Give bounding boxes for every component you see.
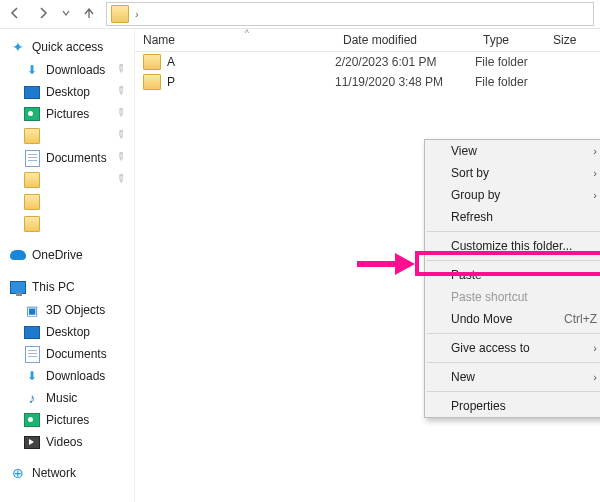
folder-icon: [24, 194, 40, 210]
chevron-down-icon: [61, 7, 71, 21]
menu-item-label: View: [451, 144, 477, 158]
sidebar-item-label: Desktop: [46, 85, 90, 99]
menu-item-label: Properties: [451, 399, 506, 413]
submenu-arrow-icon: ›: [593, 145, 597, 157]
sidebar-network[interactable]: ⊕ Network: [10, 461, 130, 485]
file-row[interactable]: P 11/19/2020 3:48 PM File folder: [135, 72, 600, 92]
sidebar-this-pc[interactable]: This PC: [10, 275, 130, 299]
menu-item-undo-move[interactable]: Undo Move Ctrl+Z: [425, 308, 600, 330]
menu-item-group-by[interactable]: Group by ›: [425, 184, 600, 206]
sidebar-item-downloads-2[interactable]: ⬇ Downloads: [10, 365, 130, 387]
column-header-name[interactable]: Name ^: [135, 29, 335, 51]
sidebar-quick-access-label: Quick access: [32, 40, 103, 54]
sidebar-item-downloads[interactable]: ⬇ Downloads ✎: [10, 59, 130, 81]
sidebar-item-desktop-2[interactable]: Desktop: [10, 321, 130, 343]
column-header-size[interactable]: Size: [545, 29, 600, 51]
arrow-right-icon: [36, 6, 50, 23]
navigation-pane: ✦ Quick access ⬇ Downloads ✎ Desktop ✎ P…: [0, 29, 135, 502]
menu-item-label: Sort by: [451, 166, 489, 180]
folder-icon: [24, 172, 40, 188]
menu-item-new[interactable]: New ›: [425, 366, 600, 388]
nav-toolbar: ›: [0, 0, 600, 29]
sidebar-item-desktop[interactable]: Desktop ✎: [10, 81, 130, 103]
sidebar-item-music[interactable]: ♪ Music: [10, 387, 130, 409]
pictures-icon: [24, 107, 40, 121]
menu-separator: [427, 391, 600, 392]
sidebar-item-documents-2[interactable]: Documents: [10, 343, 130, 365]
arrow-up-icon: [82, 6, 96, 23]
folder-icon: [111, 5, 129, 23]
menu-item-customize-folder[interactable]: Customize this folder...: [425, 235, 600, 257]
sidebar-item-pinned-folder-2[interactable]: ✎: [10, 169, 130, 191]
file-date: 11/19/2020 3:48 PM: [335, 75, 475, 89]
sidebar-item-label: Pictures: [46, 413, 89, 427]
menu-item-sort-by[interactable]: Sort by ›: [425, 162, 600, 184]
sidebar-item-pinned-folder-4[interactable]: [10, 213, 130, 235]
folder-icon: [143, 74, 161, 90]
sidebar-quick-access[interactable]: ✦ Quick access: [10, 35, 130, 59]
column-header-type[interactable]: Type: [475, 29, 545, 51]
menu-item-label: Paste: [451, 268, 482, 282]
file-date: 2/20/2023 6:01 PM: [335, 55, 475, 69]
menu-item-paste-shortcut[interactable]: Paste shortcut: [425, 286, 600, 308]
sidebar-item-pinned-folder-3[interactable]: [10, 191, 130, 213]
desktop-icon: [24, 86, 40, 99]
recent-locations-button[interactable]: [60, 3, 72, 25]
menu-separator: [427, 260, 600, 261]
file-row[interactable]: A 2/20/2023 6:01 PM File folder: [135, 52, 600, 72]
annotation-arrow-icon: [355, 251, 415, 280]
videos-icon: [24, 436, 40, 449]
sidebar-item-pinned-folder-1[interactable]: ✎: [10, 125, 130, 147]
pin-icon: ✎: [113, 104, 133, 124]
sidebar-item-3d-objects[interactable]: ▣ 3D Objects: [10, 299, 130, 321]
downloads-icon: ⬇: [24, 62, 40, 78]
content-pane[interactable]: Name ^ Date modified Type Size A 2/: [135, 29, 600, 502]
this-pc-icon: [10, 281, 26, 294]
menu-separator: [427, 231, 600, 232]
submenu-arrow-icon: ›: [593, 342, 597, 354]
file-name: P: [167, 75, 175, 89]
folder-icon: [143, 54, 161, 70]
music-icon: ♪: [24, 390, 40, 406]
context-menu: View › Sort by › Group by › Refresh Cust…: [424, 139, 600, 418]
menu-separator: [427, 333, 600, 334]
menu-item-properties[interactable]: Properties: [425, 395, 600, 417]
folder-icon: [24, 216, 40, 232]
sidebar-item-documents[interactable]: Documents ✎: [10, 147, 130, 169]
menu-item-refresh[interactable]: Refresh: [425, 206, 600, 228]
menu-separator: [427, 362, 600, 363]
column-headers: Name ^ Date modified Type Size: [135, 29, 600, 52]
file-type: File folder: [475, 75, 545, 89]
sidebar-item-pictures[interactable]: Pictures ✎: [10, 103, 130, 125]
column-header-label: Date modified: [343, 33, 417, 47]
sidebar-onedrive[interactable]: OneDrive: [10, 243, 130, 267]
sidebar-item-label: Videos: [46, 435, 82, 449]
sidebar-item-label: 3D Objects: [46, 303, 105, 317]
back-button[interactable]: [4, 3, 26, 25]
address-bar[interactable]: ›: [106, 2, 594, 26]
onedrive-icon: [10, 250, 26, 260]
submenu-arrow-icon: ›: [593, 371, 597, 383]
sidebar-item-videos[interactable]: Videos: [10, 431, 130, 453]
pictures-icon: [24, 413, 40, 427]
sidebar-item-label: Music: [46, 391, 77, 405]
menu-item-label: Refresh: [451, 210, 493, 224]
up-button[interactable]: [78, 3, 100, 25]
sidebar-item-pictures-2[interactable]: Pictures: [10, 409, 130, 431]
quick-access-icon: ✦: [10, 39, 26, 55]
pin-icon: ✎: [113, 126, 133, 146]
column-header-date[interactable]: Date modified: [335, 29, 475, 51]
menu-item-view[interactable]: View ›: [425, 140, 600, 162]
sidebar-item-label: Pictures: [46, 107, 89, 121]
menu-item-paste[interactable]: Paste: [425, 264, 600, 286]
sidebar-item-label: Desktop: [46, 325, 90, 339]
column-header-label: Name: [143, 33, 175, 47]
forward-button[interactable]: [32, 3, 54, 25]
sidebar-item-label: Network: [32, 466, 76, 480]
menu-item-give-access-to[interactable]: Give access to ›: [425, 337, 600, 359]
pin-icon: ✎: [113, 148, 133, 168]
pin-icon: ✎: [113, 170, 133, 190]
breadcrumb-chevron-icon: ›: [135, 8, 139, 20]
menu-item-label: New: [451, 370, 475, 384]
sidebar-item-label: Downloads: [46, 369, 105, 383]
